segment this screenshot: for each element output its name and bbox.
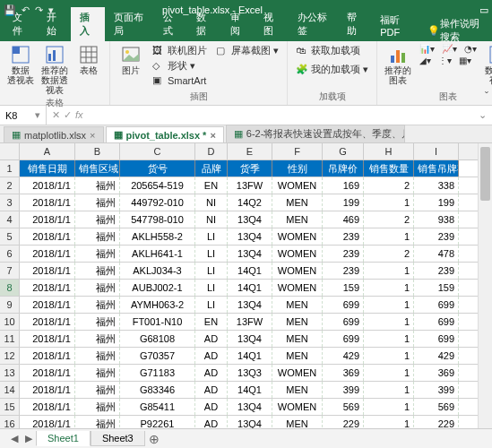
cell[interactable]: 1 <box>364 228 414 245</box>
chart-area-button[interactable]: ◢▾ <box>417 55 434 66</box>
cell[interactable]: NI <box>195 211 228 228</box>
workbook-tab-1[interactable]: ▦ matplotlib.xlsx × <box>4 126 104 142</box>
cell[interactable]: 福州 <box>75 228 120 245</box>
cell[interactable]: 1 <box>364 314 414 330</box>
cell[interactable]: 199 <box>414 194 459 211</box>
recommended-charts-button[interactable]: 推荐的 图表 <box>383 43 413 87</box>
cell[interactable]: 14Q1 <box>228 280 272 296</box>
cell[interactable]: 货季 <box>228 160 272 177</box>
cell[interactable]: LI <box>195 228 228 245</box>
cell[interactable]: 429 <box>414 348 459 364</box>
cell[interactable]: 货号 <box>120 160 195 177</box>
cell[interactable]: 369 <box>414 365 459 381</box>
cell[interactable]: AD <box>195 365 228 381</box>
online-pictures-button[interactable]: 🖼联机图片 <box>150 43 210 58</box>
row-header[interactable]: 8 <box>0 280 20 296</box>
cell[interactable]: 14Q1 <box>228 263 272 279</box>
cell[interactable]: 2018/1/1 <box>20 331 75 347</box>
cell[interactable]: MEN <box>272 297 323 313</box>
cell[interactable]: WOMEN <box>272 177 323 194</box>
tab-view[interactable]: 视图 <box>255 7 289 41</box>
cell[interactable]: 2018/1/1 <box>20 246 75 262</box>
tab-formulas[interactable]: 公式 <box>154 7 188 41</box>
cell[interactable]: 699 <box>414 331 459 347</box>
column-header[interactable]: H <box>364 143 414 159</box>
fx-icon[interactable]: fx <box>75 109 83 121</box>
cell[interactable]: 13Q4 <box>228 228 272 245</box>
close-icon[interactable]: × <box>210 130 215 141</box>
cell[interactable]: MEN <box>272 331 323 347</box>
cell[interactable]: G71183 <box>120 365 195 381</box>
tab-fuxin[interactable]: 福昕PDF <box>371 10 420 41</box>
cell[interactable]: 239 <box>414 263 459 279</box>
cell[interactable]: 569 <box>323 399 364 415</box>
cell[interactable]: WOMEN <box>272 263 323 279</box>
cell[interactable]: 2018/1/1 <box>20 263 75 279</box>
cell[interactable]: 159 <box>323 280 364 296</box>
cell[interactable]: 547798-010 <box>120 211 195 228</box>
row-header[interactable]: 13 <box>0 365 20 381</box>
cell[interactable]: 福州 <box>75 365 120 381</box>
sheet-tab-1[interactable]: Sheet1 <box>36 431 91 446</box>
cell[interactable]: G83346 <box>120 382 195 398</box>
cell[interactable]: 699 <box>323 331 364 347</box>
cell[interactable]: 2018/1/1 <box>20 399 75 415</box>
cell[interactable]: 205654-519 <box>120 177 195 194</box>
cell[interactable]: 1 <box>364 280 414 296</box>
tab-help[interactable]: 帮助 <box>338 7 372 41</box>
enter-icon[interactable]: ✓ <box>64 109 72 121</box>
chart-pie-button[interactable]: ◔▾ <box>462 43 479 55</box>
cell[interactable]: AD <box>195 331 228 347</box>
cell[interactable]: 2018/1/1 <box>20 314 75 330</box>
cell[interactable]: 2018/1/1 <box>20 382 75 398</box>
tab-office[interactable]: 办公标签 <box>289 7 338 41</box>
cell[interactable]: MEN <box>272 348 323 364</box>
cell[interactable]: 469 <box>323 211 364 228</box>
ribbon-options-icon[interactable]: ▭ <box>479 4 488 16</box>
column-header[interactable]: G <box>323 143 364 159</box>
row-header[interactable]: 14 <box>0 382 20 398</box>
cell[interactable]: 福州 <box>75 297 120 313</box>
cell[interactable]: 429 <box>323 348 364 364</box>
cell[interactable]: 159 <box>414 280 459 296</box>
add-sheet-button[interactable]: ⊕ <box>145 432 163 446</box>
cell[interactable]: LI <box>195 297 228 313</box>
cell[interactable]: LI <box>195 280 228 296</box>
pivot-chart-button[interactable]: 数据透视图 <box>483 43 492 87</box>
row-header[interactable]: 9 <box>0 297 20 313</box>
cell[interactable]: 13Q4 <box>228 211 272 228</box>
column-header[interactable]: I <box>414 143 459 159</box>
cell[interactable]: 239 <box>323 263 364 279</box>
cell[interactable]: 169 <box>323 177 364 194</box>
column-header[interactable]: A <box>20 143 75 159</box>
cell[interactable]: AD <box>195 399 228 415</box>
row-header[interactable]: 1 <box>0 160 20 177</box>
cell[interactable]: 销售日期 <box>20 160 75 177</box>
cell[interactable]: 2018/1/1 <box>20 348 75 364</box>
cell[interactable]: 1 <box>364 194 414 211</box>
recommended-pivot-button[interactable]: 推荐的 数据透视表 <box>39 43 70 97</box>
chart-scatter-button[interactable]: ⋮▾ <box>436 55 454 66</box>
cell[interactable]: AYMH063-2 <box>120 297 195 313</box>
cell[interactable]: 478 <box>414 246 459 262</box>
cell[interactable]: 福州 <box>75 194 120 211</box>
cell[interactable]: 569 <box>414 399 459 415</box>
cell[interactable]: AD <box>195 348 228 364</box>
cell[interactable]: 13Q4 <box>228 399 272 415</box>
cell[interactable]: 2018/1/1 <box>20 194 75 211</box>
collapse-ribbon-icon[interactable]: ˇ <box>485 90 488 103</box>
pivot-table-button[interactable]: 数据 透视表 <box>5 43 36 87</box>
close-icon[interactable]: × <box>90 130 95 141</box>
cell[interactable]: 福州 <box>75 382 120 398</box>
cell[interactable]: 性别 <box>272 160 323 177</box>
cell[interactable]: 14Q1 <box>228 348 272 364</box>
cell[interactable]: WOMEN <box>272 246 323 262</box>
cell[interactable]: AD <box>195 382 228 398</box>
cell[interactable]: WOMEN <box>272 280 323 296</box>
cell[interactable]: MEN <box>272 382 323 398</box>
row-header[interactable]: 2 <box>0 177 20 194</box>
row-header[interactable]: 10 <box>0 314 20 330</box>
cell[interactable]: 699 <box>323 297 364 313</box>
row-header[interactable]: 5 <box>0 228 20 245</box>
cell[interactable]: 品牌 <box>195 160 228 177</box>
